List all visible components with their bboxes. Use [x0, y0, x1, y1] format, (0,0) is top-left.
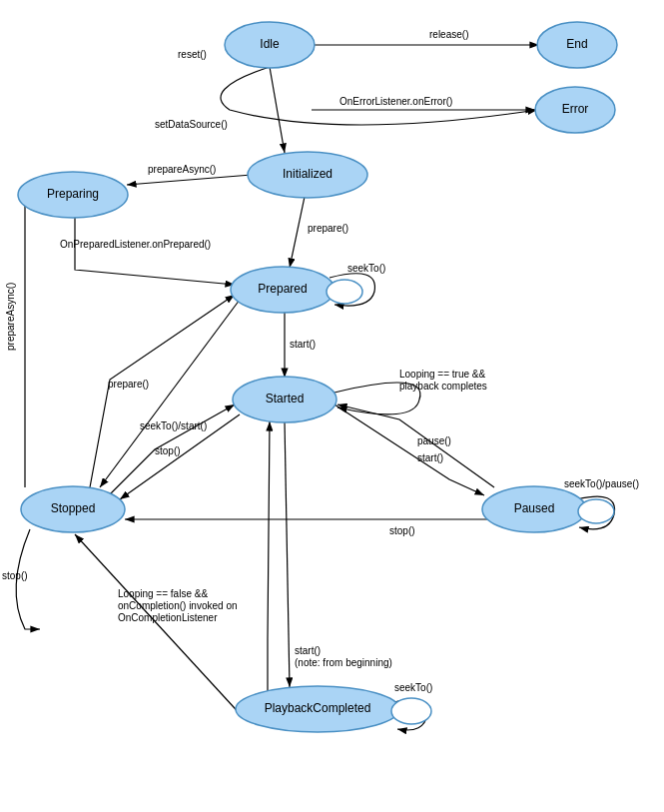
- label-setdatasource: setDataSource(): [155, 119, 228, 130]
- state-stopped-label: Stopped: [51, 501, 96, 515]
- label-prepareasync-stopped: prepareAsync(): [5, 283, 16, 351]
- state-prepared-label: Prepared: [258, 282, 307, 296]
- state-initialized-label: Initialized: [283, 167, 332, 181]
- state-preparing-label: Preparing: [47, 187, 99, 201]
- label-seekto-pause: seekTo()/pause(): [564, 478, 639, 489]
- svg-line-11: [285, 421, 290, 687]
- label-reset: reset(): [178, 49, 207, 60]
- label-seekto-prepared: seekTo(): [347, 263, 385, 274]
- label-stop-paused: stop(): [389, 525, 415, 536]
- label-seekto-playback: seekTo(): [394, 682, 432, 693]
- label-start1: start(): [290, 339, 316, 350]
- label-start-beginning2: (note: from beginning): [295, 657, 392, 668]
- label-prepareasync1: prepareAsync(): [148, 164, 216, 175]
- label-playback-completes: playback completes: [399, 381, 487, 392]
- label-onprepared: OnPreparedListener.onPrepared(): [60, 239, 211, 250]
- state-paused-loop: [578, 499, 614, 523]
- state-idle-label: Idle: [260, 37, 280, 51]
- state-playbackcompleted-label: PlaybackCompleted: [265, 701, 371, 715]
- label-start-beginning1: start(): [295, 645, 321, 656]
- label-prepare1: prepare(): [308, 223, 348, 234]
- state-playback-loop: [391, 698, 431, 724]
- state-end-label: End: [566, 37, 587, 51]
- state-started-label: Started: [266, 392, 305, 406]
- svg-line-5: [270, 67, 285, 153]
- label-start-paused: start(): [417, 452, 443, 463]
- label-prepare-stopped: prepare(): [108, 379, 149, 390]
- label-looping-false2: onCompletion() invoked on: [118, 600, 238, 611]
- svg-line-7: [290, 197, 305, 268]
- label-stop-stopped: stop(): [2, 570, 28, 581]
- label-looping-true: Looping == true &&: [399, 369, 486, 380]
- label-looping-false3: OnCompletionListener: [118, 612, 218, 623]
- state-paused-label: Paused: [514, 501, 555, 515]
- label-release: release(): [429, 29, 468, 40]
- label-looping-false1: Looping == false &&: [118, 588, 208, 599]
- svg-line-6: [127, 175, 252, 185]
- label-onerror: OnErrorListener.onError(): [339, 96, 452, 107]
- label-seekto-start: seekTo()/start(): [140, 420, 207, 431]
- state-error-label: Error: [562, 102, 589, 116]
- state-prepared-loop: [327, 280, 362, 304]
- state-diagram: release() OnErrorListener.onError() setD…: [0, 0, 664, 812]
